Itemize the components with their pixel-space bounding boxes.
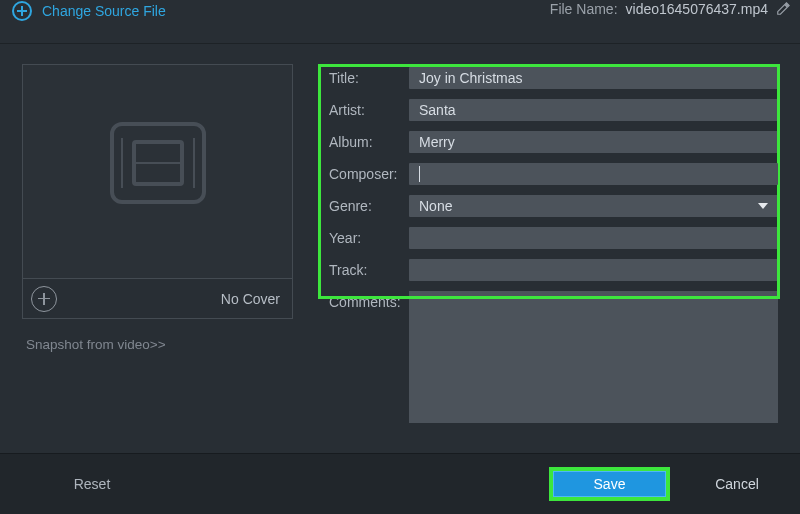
label-genre: Genre: (329, 198, 409, 214)
row-album: Album: (313, 131, 788, 153)
input-artist[interactable] (409, 99, 778, 121)
video-placeholder-icon (108, 120, 208, 206)
snapshot-from-video-link[interactable]: Snapshot from video>> (22, 337, 293, 352)
input-composer[interactable] (409, 163, 778, 185)
cover-column: No Cover Snapshot from video>> (22, 64, 293, 453)
row-comments: Comments: (313, 291, 788, 423)
cover-footer: No Cover (22, 279, 293, 319)
chevron-down-icon (758, 203, 768, 209)
select-genre-value: None (419, 198, 452, 214)
highlight-box-save: Save (549, 467, 670, 501)
label-track: Track: (329, 262, 409, 278)
add-cover-button[interactable] (31, 286, 57, 312)
no-cover-label: No Cover (221, 291, 280, 307)
cover-preview (22, 64, 293, 279)
select-genre[interactable]: None (409, 195, 778, 217)
plus-circle-icon (12, 1, 32, 21)
change-source-file-button[interactable]: Change Source File (12, 0, 166, 21)
cancel-button[interactable]: Cancel (692, 471, 782, 497)
reset-button[interactable]: Reset (48, 471, 136, 497)
input-track[interactable] (409, 259, 778, 281)
metadata-form: Title: Artist: Album: Composer: Genre: N… (313, 64, 788, 453)
save-button[interactable]: Save (553, 471, 666, 497)
file-name-label: File Name: (550, 1, 618, 17)
label-composer: Composer: (329, 166, 409, 182)
row-composer: Composer: (313, 163, 788, 185)
row-track: Track: (313, 259, 788, 281)
label-year: Year: (329, 230, 409, 246)
input-year[interactable] (409, 227, 778, 249)
label-comments: Comments: (329, 291, 409, 310)
file-name-value: video1645076437.mp4 (626, 1, 768, 17)
textarea-comments[interactable] (409, 291, 778, 423)
label-album: Album: (329, 134, 409, 150)
row-title: Title: (313, 67, 788, 89)
label-title: Title: (329, 70, 409, 86)
input-album[interactable] (409, 131, 778, 153)
change-source-file-label: Change Source File (42, 3, 166, 19)
top-bar: Change Source File File Name: video16450… (0, 0, 800, 44)
main-content: No Cover Snapshot from video>> Title: Ar… (0, 44, 800, 453)
file-name-display: File Name: video1645076437.mp4 (550, 0, 790, 17)
label-artist: Artist: (329, 102, 409, 118)
bottom-bar: Reset Save Cancel (0, 453, 800, 514)
input-title[interactable] (409, 67, 778, 89)
row-year: Year: (313, 227, 788, 249)
row-genre: Genre: None (313, 195, 788, 217)
row-artist: Artist: (313, 99, 788, 121)
edit-filename-button[interactable] (776, 2, 790, 16)
